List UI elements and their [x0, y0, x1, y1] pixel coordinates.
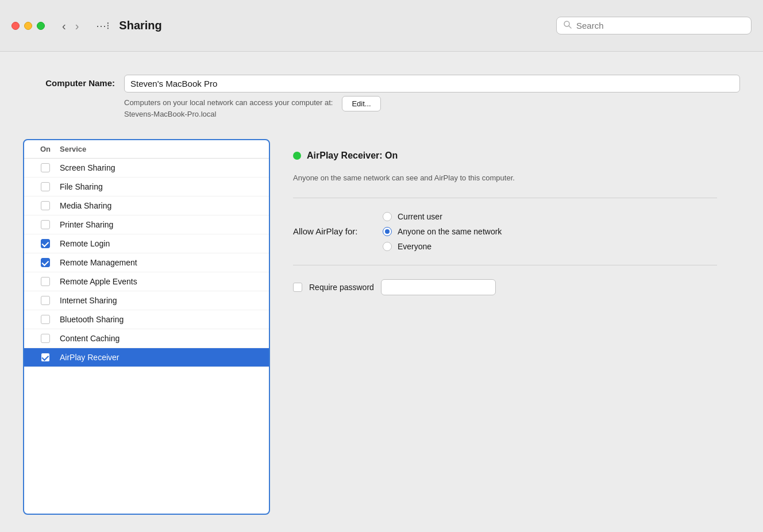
service-row-bluetooth-sharing[interactable]: Bluetooth Sharing — [24, 310, 269, 329]
col-on-remote-apple-events — [31, 277, 60, 286]
allow-airplay-label: Allow AirPlay for: — [293, 226, 373, 236]
service-row-file-sharing[interactable]: File Sharing — [24, 178, 269, 196]
checkbox-remote-management[interactable] — [41, 258, 50, 267]
radio-btn-everyone[interactable] — [383, 242, 392, 251]
col-on-screen-sharing — [31, 163, 60, 172]
checkbox-internet-sharing[interactable] — [41, 296, 50, 305]
main-content: Computer Name: Computers on your local n… — [0, 52, 763, 532]
computer-name-desc-row: Computers on your local network can acce… — [124, 97, 740, 119]
service-row-content-caching[interactable]: Content Caching — [24, 329, 269, 348]
col-service-file-sharing: File Sharing — [60, 182, 262, 192]
radio-label-everyone: Everyone — [398, 242, 431, 251]
checkbox-require-password[interactable] — [293, 283, 302, 292]
back-button[interactable]: ‹ — [59, 18, 70, 34]
allow-airplay-row: Allow AirPlay for: Current user Anyone o… — [293, 212, 717, 251]
svg-line-1 — [569, 26, 571, 28]
service-name-media-sharing: Media Sharing — [60, 201, 111, 210]
col-on-bluetooth-sharing — [31, 315, 60, 324]
col-service-internet-sharing: Internet Sharing — [60, 295, 262, 306]
require-password-label: Require password — [309, 283, 374, 292]
checkbox-file-sharing[interactable] — [41, 182, 50, 191]
allow-airplay-section: Allow AirPlay for: Current user Anyone o… — [293, 212, 717, 251]
col-service-bluetooth-sharing: Bluetooth Sharing — [60, 314, 262, 325]
services-list-header: On Service — [24, 140, 269, 159]
checkbox-content-caching[interactable] — [41, 334, 50, 343]
radio-label-current-user: Current user — [398, 212, 442, 221]
service-name-bluetooth-sharing: Bluetooth Sharing — [60, 315, 124, 324]
col-service-remote-management: Remote Management — [60, 257, 262, 268]
detail-description: Anyone on the same network can see and A… — [293, 172, 717, 184]
radio-label-same-network: Anyone on the same network — [398, 227, 502, 236]
col-on-remote-management — [31, 258, 60, 267]
service-row-remote-login[interactable]: Remote Login — [24, 234, 269, 253]
titlebar: ‹ › ⋯⁝ Sharing — [0, 0, 763, 52]
checkbox-airplay-receiver[interactable] — [41, 353, 50, 362]
checkbox-remote-apple-events[interactable] — [41, 277, 50, 286]
forward-button[interactable]: › — [72, 18, 83, 34]
col-on-internet-sharing — [31, 296, 60, 305]
detail-panel: AirPlay Receiver: On Anyone on the same … — [270, 139, 740, 515]
close-button[interactable] — [11, 22, 20, 30]
window-title: Sharing — [119, 19, 547, 32]
service-row-internet-sharing[interactable]: Internet Sharing — [24, 291, 269, 310]
col-service-remote-apple-events: Remote Apple Events — [60, 276, 262, 287]
require-password-row: Require password — [293, 279, 717, 295]
radio-btn-current-user[interactable] — [383, 212, 392, 221]
checkbox-remote-login[interactable] — [41, 239, 50, 248]
service-name-airplay-receiver: AirPlay Receiver — [60, 353, 119, 362]
service-row-remote-management[interactable]: Remote Management — [24, 253, 269, 272]
radio-btn-same-network[interactable] — [383, 227, 392, 236]
checkbox-screen-sharing[interactable] — [41, 163, 50, 172]
grid-icon: ⋯⁝ — [96, 20, 110, 32]
service-row-screen-sharing[interactable]: Screen Sharing — [24, 159, 269, 178]
service-row-printer-sharing[interactable]: Printer Sharing — [24, 215, 269, 234]
col-on-file-sharing — [31, 182, 60, 191]
service-name-content-caching: Content Caching — [60, 334, 120, 343]
service-row-media-sharing[interactable]: Media Sharing — [24, 196, 269, 215]
computer-name-input[interactable] — [124, 75, 740, 92]
divider-2 — [293, 265, 717, 265]
computer-name-desc-line1: Computers on your local network can acce… — [124, 98, 333, 107]
divider-1 — [293, 198, 717, 198]
nav-buttons: ‹ › — [59, 18, 82, 34]
detail-title: AirPlay Receiver: On — [307, 151, 398, 161]
edit-button[interactable]: Edit... — [342, 96, 380, 111]
service-name-remote-apple-events: Remote Apple Events — [60, 277, 137, 286]
detail-title-row: AirPlay Receiver: On — [293, 151, 717, 161]
services-panel: On Service Screen Sharing File Sharing — [23, 139, 740, 515]
service-name-printer-sharing: Printer Sharing — [60, 220, 113, 229]
service-name-remote-login: Remote Login — [60, 239, 110, 248]
traffic-lights — [11, 22, 45, 30]
col-service-content-caching: Content Caching — [60, 333, 262, 344]
col-service-airplay-receiver: AirPlay Receiver — [60, 352, 262, 363]
radio-group: Current user Anyone on the same network … — [383, 212, 502, 251]
computer-name-right: Computers on your local network can acce… — [124, 75, 740, 119]
search-icon — [564, 21, 572, 30]
col-service-header: Service — [60, 145, 262, 153]
search-input[interactable] — [576, 21, 744, 30]
col-on-content-caching — [31, 334, 60, 343]
password-input[interactable] — [381, 279, 496, 295]
col-service-remote-login: Remote Login — [60, 238, 262, 249]
service-name-internet-sharing: Internet Sharing — [60, 296, 117, 305]
checkbox-media-sharing[interactable] — [41, 201, 50, 210]
col-on-header: On — [31, 145, 60, 153]
col-on-media-sharing — [31, 201, 60, 210]
checkbox-bluetooth-sharing[interactable] — [41, 315, 50, 324]
radio-option-everyone[interactable]: Everyone — [383, 242, 502, 251]
radio-option-same-network[interactable]: Anyone on the same network — [383, 227, 502, 236]
list-empty-space — [24, 367, 269, 390]
checkbox-printer-sharing[interactable] — [41, 220, 50, 229]
service-row-airplay-receiver[interactable]: AirPlay Receiver — [24, 348, 269, 367]
col-on-airplay-receiver — [31, 353, 60, 362]
service-row-remote-apple-events[interactable]: Remote Apple Events — [24, 272, 269, 291]
service-name-screen-sharing: Screen Sharing — [60, 163, 115, 172]
search-box[interactable] — [556, 17, 752, 34]
minimize-button[interactable] — [24, 22, 32, 30]
col-service-screen-sharing: Screen Sharing — [60, 163, 262, 173]
service-name-file-sharing: File Sharing — [60, 182, 103, 191]
services-list: On Service Screen Sharing File Sharing — [23, 139, 270, 515]
maximize-button[interactable] — [37, 22, 45, 30]
radio-option-current-user[interactable]: Current user — [383, 212, 502, 221]
service-name-remote-management: Remote Management — [60, 258, 137, 267]
